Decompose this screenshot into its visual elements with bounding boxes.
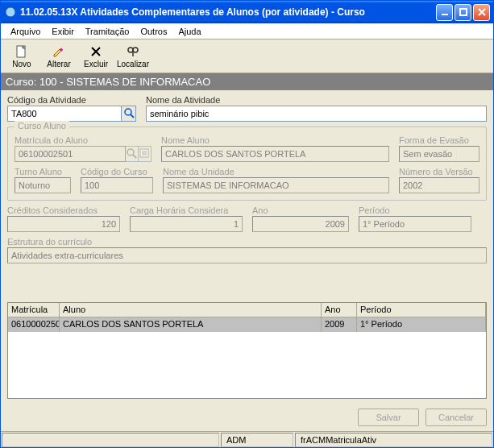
svg-point-6 [133, 48, 138, 52]
cod-curso-label: Código do Curso [81, 167, 153, 176]
cod-curso-field: Código do Curso 100 [81, 167, 153, 193]
creditos-label: Créditos Considerados [7, 205, 120, 215]
curso-aluno-legend: Curso Aluno [15, 121, 69, 131]
menu-arquivo-label: Arquivo [10, 27, 40, 36]
course-banner: Curso: 100 - SISTEMAS DE INFORMACAO [1, 73, 493, 90]
status-form: frACMMatriculaAtiv [295, 433, 492, 447]
svg-rect-2 [460, 9, 467, 15]
periodo-label: Período [359, 205, 471, 215]
titlebar: 11.02.05.13X Atividades Complementares d… [1, 1, 493, 23]
codigo-atividade-label: Código da Atividade [7, 95, 136, 105]
curso-aluno-group: Curso Aluno Matrícula do Aluno [7, 127, 487, 201]
statusbar: ADM frACMMatriculaAtiv [1, 431, 493, 447]
forma-evasao-field: Forma de Evasão Sem evasão [399, 135, 479, 162]
salvar-button: Salvar [358, 409, 419, 426]
th-matricula[interactable]: Matrícula [8, 303, 60, 317]
num-versao-value: 2002 [399, 177, 479, 193]
menu-arquivo[interactable]: Arquivo [6, 25, 45, 38]
status-user: ADM [221, 433, 293, 447]
carga-label: Carga Horária Considera [130, 205, 243, 215]
th-ano[interactable]: Ano [322, 303, 357, 317]
find-icon [125, 44, 141, 59]
creditos-field: Créditos Considerados 120 [7, 205, 120, 232]
svg-line-11 [133, 155, 136, 158]
forma-evasao-label: Forma de Evasão [399, 135, 479, 145]
alterar-button[interactable]: Alterar [41, 41, 77, 72]
students-table[interactable]: Matrícula Aluno Ano Período 0610000250 C… [7, 302, 487, 399]
th-aluno[interactable]: Aluno [60, 303, 322, 317]
carga-value: 1 [130, 216, 243, 232]
toolbar: Novo Alterar Excluir Localizar [1, 39, 493, 73]
new-icon [14, 44, 30, 59]
edit-icon [51, 44, 67, 59]
search-icon [126, 147, 137, 160]
periodo-field: Período 1° Período [359, 205, 471, 232]
estrutura-field: Estrutura do currículo Atividades extra-… [7, 237, 487, 297]
codigo-atividade-lookup-button[interactable] [122, 106, 136, 122]
close-button[interactable] [473, 4, 490, 21]
table-row[interactable]: 0610000250 CARLOS DOS SANTOS PORTELA 200… [8, 317, 486, 332]
nome-atividade-input[interactable] [146, 106, 487, 122]
svg-point-10 [127, 149, 134, 156]
search-icon [123, 107, 135, 120]
codigo-atividade-input[interactable] [7, 106, 122, 122]
status-cell-1 [2, 433, 219, 447]
footer-buttons: Salvar Cancelar [7, 404, 487, 428]
menu-outros-label: Outros [140, 27, 167, 36]
novo-button[interactable]: Novo [4, 41, 39, 72]
cell-periodo: 1° Período [357, 317, 486, 332]
ano-label: Ano [252, 205, 349, 215]
cancelar-button: Cancelar [426, 409, 487, 426]
nome-unidade-value: SISTEMAS DE INFORMACAO [163, 177, 389, 193]
th-periodo[interactable]: Período [357, 303, 486, 317]
nome-unidade-label: Nome da Unidade [163, 167, 389, 176]
localizar-label: Localizar [117, 60, 149, 68]
carga-field: Carga Horária Considera 1 [130, 205, 243, 232]
window: 11.02.05.13X Atividades Complementares d… [0, 0, 494, 448]
menu-exibir[interactable]: Exibir [47, 25, 79, 38]
menu-outros[interactable]: Outros [135, 25, 172, 38]
maximize-button[interactable] [455, 4, 471, 21]
ano-field: Ano 2009 [252, 205, 349, 232]
estrutura-label: Estrutura do currículo [7, 237, 487, 247]
excluir-label: Excluir [84, 60, 108, 68]
svg-point-0 [6, 7, 15, 17]
num-versao-label: Número da Versão [399, 167, 479, 176]
cell-aluno: CARLOS DOS SANTOS PORTELA [60, 317, 322, 332]
course-banner-text: Curso: 100 - SISTEMAS DE INFORMACAO [6, 76, 210, 88]
ano-value: 2009 [252, 216, 349, 232]
matricula-field: Matrícula do Aluno [15, 135, 152, 162]
cell-ano: 2009 [322, 317, 357, 332]
nome-atividade-label: Nome da Atividade [146, 95, 487, 105]
localizar-button[interactable]: Localizar [115, 41, 151, 72]
info-row: Créditos Considerados 120 Carga Horária … [7, 205, 487, 232]
app-icon [4, 6, 17, 19]
forma-evasao-value: Sem evasão [399, 146, 479, 162]
codigo-atividade-field: Código da Atividade [7, 95, 136, 122]
creditos-value: 120 [7, 216, 120, 232]
estrutura-value: Atividades extra-curriculares [7, 247, 487, 263]
excluir-button[interactable]: Excluir [78, 41, 114, 72]
status-form-text: frACMMatriculaAtiv [301, 435, 376, 445]
menu-ajuda-label: Ajuda [178, 27, 201, 36]
window-controls [436, 4, 490, 21]
menu-ajuda[interactable]: Ajuda [173, 25, 205, 38]
nome-atividade-field: Nome da Atividade [146, 95, 487, 122]
nome-aluno-value: CARLOS DOS SANTOS PORTELA [161, 146, 389, 162]
matricula-list-button [139, 146, 152, 162]
svg-line-9 [131, 114, 134, 118]
turno-label: Turno Aluno [15, 167, 71, 176]
activity-row: Código da Atividade Nome da Atividade [7, 95, 487, 122]
table-header-row: Matrícula Aluno Ano Período [8, 303, 486, 317]
content-area: Código da Atividade Nome da Atividade Cu… [1, 90, 493, 431]
menubar: Arquivo Exibir Tramitação Outros Ajuda [1, 23, 493, 39]
periodo-value: 1° Período [359, 216, 471, 232]
window-title: 11.02.05.13X Atividades Complementares d… [20, 6, 436, 18]
menu-tramitacao-label: Tramitação [85, 27, 130, 36]
novo-label: Novo [12, 60, 31, 68]
turno-value: Noturno [15, 177, 71, 193]
nome-aluno-label: Nome Aluno [161, 135, 389, 145]
menu-tramitacao[interactable]: Tramitação [81, 25, 135, 38]
minimize-button[interactable] [436, 4, 453, 21]
turno-field: Turno Aluno Noturno [15, 167, 71, 193]
